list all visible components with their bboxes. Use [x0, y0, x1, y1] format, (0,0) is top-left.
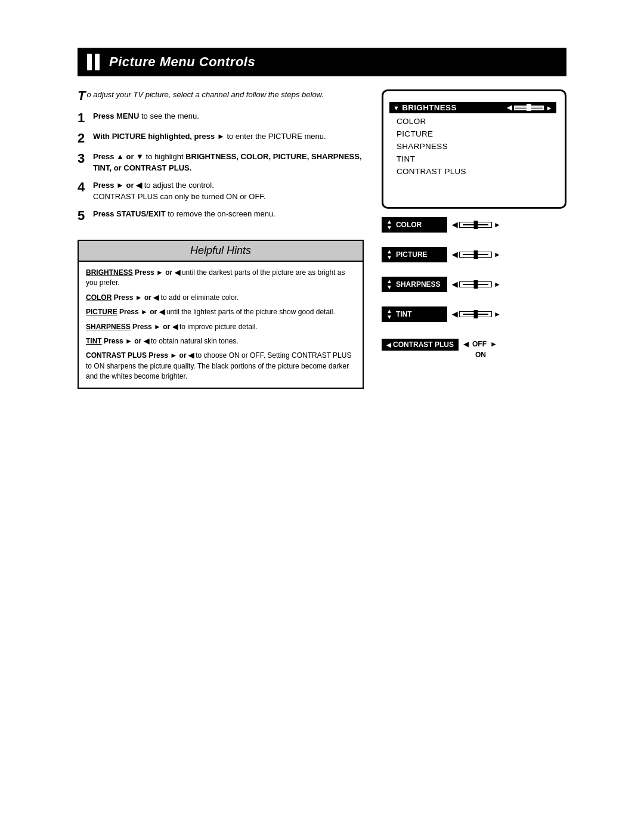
- tint-label: TINT: [397, 154, 553, 163]
- picture-h-slider: ◀ ►: [452, 250, 501, 259]
- menu-item-picture: PICTURE: [393, 129, 553, 138]
- brightness-arr-right: ►: [546, 104, 553, 112]
- step-2-number: 2: [78, 131, 88, 145]
- step-3-number: 3: [78, 151, 88, 166]
- hint-sharpness-label: SHARPNESS: [86, 323, 131, 331]
- brightness-thumb: [527, 104, 531, 111]
- tint-slider-label: ▲ ▼ TINT: [382, 306, 447, 322]
- color-thumb: [473, 221, 478, 229]
- hint-color: COLOR Press ► or ◀ to add or eliminate c…: [86, 293, 355, 303]
- helpful-hints-box: Helpful Hints BRIGHTNESS Press ► or ◀ un…: [78, 240, 364, 389]
- menu-item-contrast-plus: CONTRAST PLUS: [393, 167, 553, 176]
- contrast-options-row: ◀ OFF ►: [463, 339, 497, 349]
- step-3-content: Press ▲ or ▼ to highlight BRIGHTNESS, CO…: [93, 151, 364, 174]
- color-h-slider: ◀ ►: [452, 221, 501, 229]
- hint-brightness-label: BRIGHTNESS: [86, 268, 133, 277]
- step-1-number: 1: [78, 111, 88, 125]
- sharpness-track: [459, 281, 492, 287]
- contrast-left-arr: ◀: [463, 339, 469, 349]
- title-icon-bar1: [87, 54, 92, 70]
- step-4-content: Press ► or ◀ to adjust the control. CONT…: [93, 180, 265, 203]
- sharpness-thumb: [473, 280, 478, 289]
- contrast-plus-options: ◀ OFF ► ON: [463, 339, 497, 360]
- tint-updown-arrows: ▲ ▼: [386, 308, 392, 320]
- step-4: 4 Press ► or ◀ to adjust the control. CO…: [78, 180, 364, 203]
- picture-updown-arrows: ▲ ▼: [386, 249, 392, 261]
- step-5-content: Press STATUS/EXIT to remove the on-scree…: [93, 209, 275, 220]
- contrast-left-arrow-indicator: ◀: [386, 342, 391, 348]
- color-label: COLOR: [397, 117, 553, 126]
- menu-item-sharpness: SHARPNESS: [393, 142, 553, 151]
- tint-left-arrow: ◀: [452, 310, 457, 318]
- sharpness-h-slider: ◀ ►: [452, 280, 501, 289]
- picture-slider-row: ▲ ▼ PICTURE ◀ ►: [382, 247, 566, 262]
- title-bar: Picture Menu Controls: [78, 48, 566, 76]
- picture-right-arrow: ►: [494, 250, 501, 259]
- brightness-track: [514, 106, 544, 110]
- picture-slider-label: ▲ ▼ PICTURE: [382, 247, 447, 262]
- hint-sharpness: SHARPNESS Press ► or ◀ to improve pictur…: [86, 322, 355, 332]
- tint-thumb: [473, 310, 478, 318]
- color-right-arrow: ►: [494, 221, 501, 229]
- hint-color-text: Press ► or ◀ to add or eliminate color.: [112, 293, 239, 302]
- hint-sharpness-text: Press ► or ◀ to improve picture detail.: [131, 323, 258, 331]
- intro-text: To adjust your TV picture, select a chan…: [78, 89, 364, 103]
- menu-item-color: COLOR: [393, 117, 553, 126]
- title-icon-bar2: [95, 54, 100, 70]
- sharpness-slider-label: ▲ ▼ SHARPNESS: [382, 277, 447, 292]
- tint-slider-row: ▲ ▼ TINT ◀ ►: [382, 306, 566, 322]
- hint-picture-label: PICTURE: [86, 308, 117, 316]
- hint-color-label: COLOR: [86, 293, 112, 302]
- menu-item-brightness: ▼ BRIGHTNESS ◀ ►: [389, 102, 556, 113]
- color-down-arrow: ▼: [386, 225, 392, 231]
- tint-down-arrow: ▼: [386, 314, 392, 320]
- color-track: [459, 222, 492, 228]
- picture-slider-control: ◀ ►: [452, 250, 566, 259]
- contrast-plus-row: ◀ CONTRAST PLUS ◀ OFF ► ON: [382, 339, 566, 360]
- picture-label: PICTURE: [397, 129, 553, 138]
- page-title: Picture Menu Controls: [109, 54, 255, 70]
- page-container: Picture Menu Controls To adjust your TV …: [78, 48, 566, 389]
- color-left-arrow: ◀: [452, 221, 457, 229]
- step-3: 3 Press ▲ or ▼ to highlight BRIGHTNESS, …: [78, 151, 364, 174]
- hint-tint-label: TINT: [86, 337, 102, 345]
- sharpness-updown-arrows: ▲ ▼: [386, 278, 392, 290]
- sharpness-label: SHARPNESS: [397, 142, 553, 151]
- tint-right-arrow: ►: [494, 310, 501, 318]
- step-2: 2 With PICTURE highlighted, press ► to e…: [78, 131, 364, 145]
- left-column: To adjust your TV picture, select a chan…: [78, 89, 364, 389]
- right-column: ▼ BRIGHTNESS ◀ ► COLOR: [382, 89, 566, 360]
- hint-contrast-plus: CONTRAST PLUS Press ► or ◀ to choose ON …: [86, 351, 355, 382]
- tint-slider-control: ◀ ►: [452, 310, 566, 318]
- picture-left-arrow: ◀: [452, 250, 457, 259]
- contrast-plus-label: CONTRAST PLUS: [397, 167, 553, 176]
- color-slider-control: ◀ ►: [452, 221, 566, 229]
- sharpness-right-arrow: ►: [494, 280, 501, 289]
- menu-box: ▼ BRIGHTNESS ◀ ► COLOR: [382, 89, 566, 209]
- brightness-left-arrow: ▼: [393, 104, 400, 112]
- contrast-off-label: OFF: [472, 339, 487, 349]
- hint-picture: PICTURE Press ► or ◀ until the lightest …: [86, 307, 355, 317]
- hint-brightness: BRIGHTNESS Press ► or ◀ until the darkes…: [86, 268, 355, 289]
- hint-tint-text: Press ► or ◀ to obtain natural skin tone…: [102, 337, 239, 345]
- color-updown-arrows: ▲ ▼: [386, 219, 392, 231]
- hint-picture-text: Press ► or ◀ until the lightest parts of…: [117, 308, 335, 316]
- step-1-content: Press MENU to see the menu.: [93, 111, 199, 122]
- color-slider-row: ▲ ▼ COLOR ◀ ►: [382, 217, 566, 233]
- step-4-number: 4: [78, 180, 88, 194]
- step-2-content: With PICTURE highlighted, press ► to ent…: [93, 131, 326, 143]
- helpful-hints-body: BRIGHTNESS Press ► or ◀ until the darkes…: [79, 262, 363, 388]
- sharpness-left-arrow: ◀: [452, 280, 457, 289]
- sharpness-slider-row: ▲ ▼ SHARPNESS ◀ ►: [382, 277, 566, 292]
- menu-item-tint: TINT: [393, 154, 553, 163]
- sharpness-down-arrow: ▼: [386, 284, 392, 290]
- hint-contrast-plus-label: CONTRAST PLUS: [86, 351, 147, 360]
- picture-thumb: [473, 250, 478, 259]
- picture-down-arrow: ▼: [386, 255, 392, 261]
- contrast-right-arr: ►: [490, 339, 497, 349]
- step-5-number: 5: [78, 209, 88, 223]
- hint-tint: TINT Press ► or ◀ to obtain natural skin…: [86, 336, 355, 346]
- brightness-label: BRIGHTNESS: [402, 103, 501, 112]
- intro-drop-cap: T: [78, 89, 85, 103]
- main-layout: To adjust your TV picture, select a chan…: [78, 89, 566, 389]
